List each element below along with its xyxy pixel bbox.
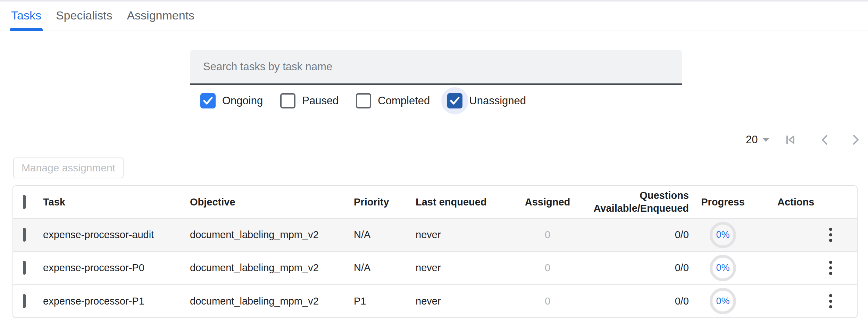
- tasks-table: Task Objective Priority Last enqueued As…: [12, 185, 858, 318]
- column-header-last-enqueued: Last enqueued: [416, 196, 508, 208]
- column-header-questions: Questions Available/Enqueued: [587, 189, 692, 215]
- questions-header-line2: Available/Enqueued: [587, 202, 689, 215]
- checkbox-paused[interactable]: [280, 93, 295, 108]
- column-header-priority: Priority: [354, 196, 416, 208]
- priority-value: N/A: [354, 229, 416, 241]
- checkbox-ongoing[interactable]: [200, 93, 216, 108]
- task-name: expense-processor-P0: [43, 262, 190, 274]
- objective-value: document_labeling_mpm_v2: [190, 295, 354, 307]
- filter-paused-label: Paused: [302, 95, 339, 107]
- page-size-value[interactable]: 20: [746, 133, 758, 146]
- questions-value: 0/0: [587, 262, 692, 274]
- status-filters: Ongoing Paused Completed Unass: [194, 88, 537, 114]
- tab-tasks-label: Tasks: [11, 9, 41, 22]
- tab-bar: Tasks Specialists Assignments: [0, 0, 868, 31]
- filter-paused[interactable]: Paused: [274, 93, 339, 108]
- progress-value: 0%: [716, 229, 729, 240]
- progress-value: 0%: [716, 296, 729, 307]
- search-box: [190, 50, 682, 85]
- assigned-value: 0: [508, 295, 587, 307]
- checkbox-completed[interactable]: [356, 93, 371, 108]
- column-header-progress: Progress: [692, 196, 754, 208]
- tab-specialists[interactable]: Specialists: [56, 0, 112, 31]
- checkbox-unassigned[interactable]: [447, 93, 462, 108]
- column-header-assigned: Assigned: [508, 196, 587, 208]
- column-header-actions: Actions: [754, 196, 857, 208]
- first-page-icon[interactable]: [784, 133, 797, 146]
- previous-page-icon[interactable]: [819, 133, 831, 146]
- tab-specialists-label: Specialists: [56, 9, 112, 22]
- pagination-controls: 20: [746, 129, 862, 150]
- priority-value: N/A: [354, 262, 416, 274]
- last-enqueued-value: never: [416, 229, 508, 241]
- objective-value: document_labeling_mpm_v2: [190, 229, 354, 241]
- last-enqueued-value: never: [416, 262, 508, 274]
- filter-ongoing-label: Ongoing: [222, 95, 263, 107]
- tab-assignments-label: Assignments: [127, 9, 194, 22]
- column-header-objective: Objective: [190, 196, 354, 208]
- filter-ongoing[interactable]: Ongoing: [194, 93, 263, 108]
- objective-value: document_labeling_mpm_v2: [190, 262, 354, 274]
- questions-header-line1: Questions: [587, 189, 689, 202]
- select-all-checkbox[interactable]: [23, 195, 26, 209]
- questions-value: 0/0: [587, 295, 692, 307]
- filter-unassigned-label: Unassigned: [469, 95, 526, 107]
- assigned-value: 0: [508, 262, 587, 274]
- last-enqueued-value: never: [416, 295, 508, 307]
- tasks-page: Tasks Specialists Assignments Ongoing: [0, 0, 868, 332]
- column-header-task: Task: [43, 196, 190, 208]
- row-checkbox[interactable]: [23, 294, 26, 308]
- progress-ring: 0%: [710, 255, 736, 281]
- filter-unassigned[interactable]: Unassigned: [441, 93, 526, 108]
- active-tab-indicator: [10, 28, 43, 31]
- task-name: expense-processor-P1: [43, 295, 190, 307]
- row-actions-menu-icon[interactable]: [821, 224, 840, 246]
- tab-assignments[interactable]: Assignments: [127, 0, 194, 31]
- row-checkbox[interactable]: [23, 261, 26, 275]
- row-actions-menu-icon[interactable]: [821, 257, 840, 279]
- questions-value: 0/0: [587, 229, 692, 241]
- table-row[interactable]: expense-processor-audit document_labelin…: [13, 218, 857, 251]
- filter-completed[interactable]: Completed: [349, 93, 430, 108]
- priority-value: P1: [354, 295, 416, 307]
- progress-ring: 0%: [710, 222, 736, 248]
- check-icon: [450, 96, 460, 105]
- table-row[interactable]: expense-processor-P1 document_labeling_m…: [13, 284, 857, 317]
- row-actions-menu-icon[interactable]: [821, 290, 840, 312]
- next-page-icon[interactable]: [850, 133, 862, 146]
- table-row[interactable]: expense-processor-P0 document_labeling_m…: [13, 251, 857, 284]
- filter-completed-label: Completed: [378, 95, 430, 107]
- task-name: expense-processor-audit: [43, 229, 190, 241]
- manage-assignment-button[interactable]: Manage assignment: [13, 157, 124, 178]
- page-size-dropdown-icon[interactable]: [762, 137, 770, 142]
- check-icon: [203, 96, 213, 105]
- search-input[interactable]: [203, 60, 682, 73]
- progress-ring: 0%: [710, 288, 736, 314]
- tab-tasks[interactable]: Tasks: [11, 0, 41, 31]
- assigned-value: 0: [508, 229, 587, 241]
- progress-value: 0%: [716, 262, 729, 273]
- row-checkbox[interactable]: [23, 228, 26, 242]
- table-header-row: Task Objective Priority Last enqueued As…: [13, 186, 857, 218]
